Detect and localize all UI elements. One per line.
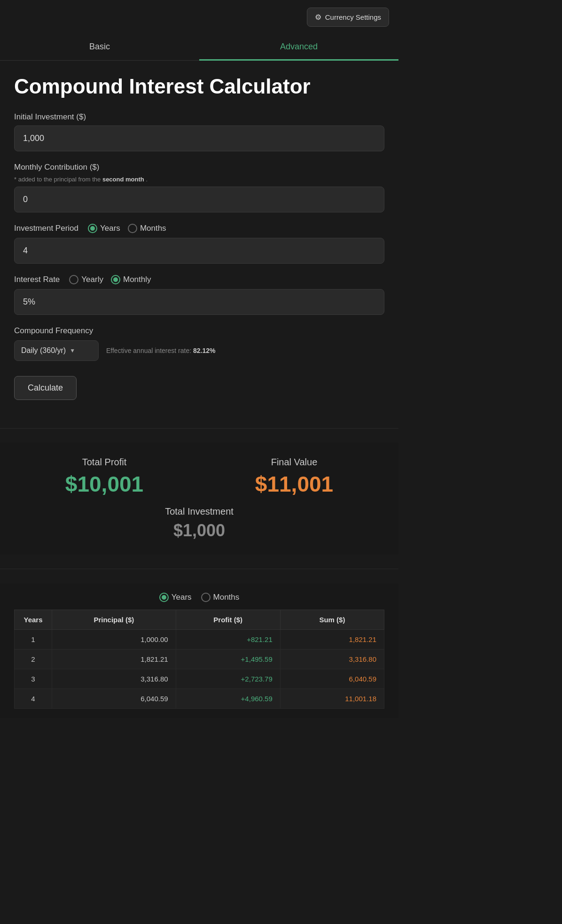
- total-profit-value: $10,001: [14, 471, 195, 497]
- table-toggle-row: Years Months: [14, 593, 384, 602]
- investment-period-months-radio[interactable]: [128, 224, 137, 233]
- radio-inner-dot: [90, 226, 95, 231]
- interest-rate-yearly-label: Yearly: [81, 275, 103, 284]
- compound-frequency-selected: Daily (360/yr): [21, 346, 66, 355]
- investment-period-row: Investment Period Years Months: [14, 224, 384, 233]
- total-profit-label: Total Profit: [14, 457, 195, 468]
- col-header-sum: Sum ($): [280, 610, 384, 630]
- radio-inner-dot-monthly: [113, 277, 118, 282]
- table-years-radio[interactable]: [159, 593, 169, 602]
- col-header-principal: Principal ($): [52, 610, 176, 630]
- table-section: Years Months Years Principal ($) Profit …: [0, 583, 398, 718]
- initial-investment-input[interactable]: [14, 125, 384, 151]
- gear-icon: ⚙: [315, 13, 321, 22]
- investment-period-field: Investment Period Years Months: [14, 224, 384, 275]
- interest-rate-yearly-radio[interactable]: [69, 275, 78, 284]
- monthly-contribution-input[interactable]: [14, 187, 384, 212]
- tab-bar: Basic Advanced: [0, 34, 398, 61]
- effective-rate-display: Effective annual interest rate: 82.12%: [106, 347, 215, 354]
- investment-period-years-radio[interactable]: [88, 224, 97, 233]
- currency-settings-button[interactable]: ⚙ Currency Settings: [307, 8, 389, 27]
- col-header-profit: Profit ($): [176, 610, 280, 630]
- monthly-contribution-label: Monthly Contribution ($): [14, 163, 384, 172]
- investment-period-input[interactable]: [14, 238, 384, 264]
- cell-principal: 6,040.59: [52, 689, 176, 709]
- chevron-down-icon: ▼: [70, 347, 75, 354]
- cell-year: 1: [15, 630, 52, 650]
- tab-advanced[interactable]: Advanced: [199, 34, 398, 61]
- main-content: Compound Interest Calculator Initial Inv…: [0, 75, 398, 414]
- total-investment-label: Total Investment: [14, 506, 384, 517]
- interest-rate-monthly-option[interactable]: Monthly: [111, 275, 151, 284]
- interest-rate-monthly-radio[interactable]: [111, 275, 120, 284]
- table-toggle-months[interactable]: Months: [201, 593, 240, 602]
- cell-principal: 3,316.80: [52, 669, 176, 689]
- cell-principal: 1,000.00: [52, 630, 176, 650]
- results-table: Years Principal ($) Profit ($) Sum ($) 1…: [14, 610, 384, 709]
- cell-sum: 11,001.18: [280, 689, 384, 709]
- interest-rate-input[interactable]: [14, 289, 384, 315]
- initial-investment-field: Initial Investment ($): [14, 112, 384, 163]
- cell-principal: 1,821.21: [52, 650, 176, 669]
- investment-period-months-option[interactable]: Months: [128, 224, 166, 233]
- divider-2: [0, 569, 398, 569]
- currency-settings-label: Currency Settings: [325, 13, 381, 21]
- table-row: 2 1,821.21 +1,495.59 3,316.80: [15, 650, 384, 669]
- table-header-row: Years Principal ($) Profit ($) Sum ($): [15, 610, 384, 630]
- table-toggle-years[interactable]: Years: [159, 593, 192, 602]
- total-investment-box: Total Investment $1,000: [14, 506, 384, 540]
- cell-sum: 1,821.21: [280, 630, 384, 650]
- col-header-years: Years: [15, 610, 52, 630]
- monthly-contribution-sublabel: * added to the principal from the second…: [14, 176, 384, 183]
- table-row: 3 3,316.80 +2,723.79 6,040.59: [15, 669, 384, 689]
- table-years-label: Years: [172, 593, 192, 602]
- interest-rate-monthly-label: Monthly: [123, 275, 151, 284]
- cell-year: 3: [15, 669, 52, 689]
- cell-sum: 6,040.59: [280, 669, 384, 689]
- table-row: 4 6,040.59 +4,960.59 11,001.18: [15, 689, 384, 709]
- divider-1: [0, 428, 398, 429]
- results-section: Total Profit $10,001 Final Value $11,001…: [0, 443, 398, 555]
- final-value-box: Final Value $11,001: [204, 457, 384, 497]
- interest-rate-label: Interest Rate: [14, 275, 60, 284]
- top-bar: ⚙ Currency Settings: [0, 0, 398, 34]
- page-title: Compound Interest Calculator: [14, 75, 384, 98]
- interest-rate-yearly-option[interactable]: Yearly: [69, 275, 103, 284]
- compound-frequency-dropdown[interactable]: Daily (360/yr) ▼: [14, 340, 99, 361]
- initial-investment-label: Initial Investment ($): [14, 112, 384, 122]
- monthly-contribution-field: Monthly Contribution ($) * added to the …: [14, 163, 384, 224]
- table-months-label: Months: [213, 593, 240, 602]
- table-row: 1 1,000.00 +821.21 1,821.21: [15, 630, 384, 650]
- cell-profit: +821.21: [176, 630, 280, 650]
- compound-frequency-row: Daily (360/yr) ▼ Effective annual intere…: [14, 340, 384, 361]
- cell-sum: 3,316.80: [280, 650, 384, 669]
- interest-rate-field: Interest Rate Yearly Monthly: [14, 275, 384, 326]
- cell-year: 2: [15, 650, 52, 669]
- investment-period-years-option[interactable]: Years: [88, 224, 120, 233]
- cell-profit: +2,723.79: [176, 669, 280, 689]
- total-investment-value: $1,000: [14, 521, 384, 540]
- total-profit-box: Total Profit $10,001: [14, 457, 195, 497]
- tab-basic[interactable]: Basic: [0, 34, 199, 61]
- cell-profit: +4,960.59: [176, 689, 280, 709]
- interest-rate-row: Interest Rate Yearly Monthly: [14, 275, 384, 284]
- investment-period-label: Investment Period: [14, 224, 78, 233]
- investment-period-months-label: Months: [140, 224, 166, 233]
- final-value-value: $11,001: [204, 471, 384, 497]
- table-years-radio-inner: [162, 595, 166, 600]
- final-value-label: Final Value: [204, 457, 384, 468]
- cell-year: 4: [15, 689, 52, 709]
- results-grid: Total Profit $10,001 Final Value $11,001: [14, 457, 384, 497]
- compound-frequency-label: Compound Frequency: [14, 326, 384, 336]
- cell-profit: +1,495.59: [176, 650, 280, 669]
- compound-frequency-field: Compound Frequency Daily (360/yr) ▼ Effe…: [14, 326, 384, 361]
- investment-period-years-label: Years: [100, 224, 120, 233]
- calculate-button[interactable]: Calculate: [14, 376, 77, 400]
- table-months-radio[interactable]: [201, 593, 211, 602]
